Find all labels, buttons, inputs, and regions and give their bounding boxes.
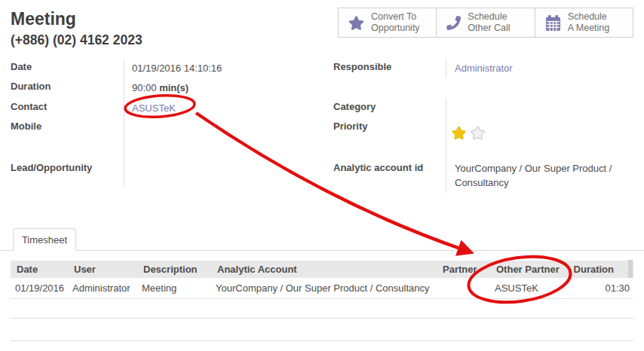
meeting-form-page: Meeting (+886) (02) 4162 2023 Convert To… — [0, 0, 644, 351]
priority-star-inactive-icon[interactable] — [471, 126, 485, 140]
field-label-mobile: Mobile — [11, 121, 41, 132]
column-header-analytic-account[interactable]: Analytic Account — [211, 261, 437, 278]
contact-link[interactable]: ASUSTeK — [132, 102, 176, 114]
sheet-bottom-border — [11, 340, 633, 341]
calendar-icon — [545, 15, 561, 31]
button-label: Schedule Other Call — [468, 11, 510, 34]
phone-number-subtitle: (+886) (02) 4162 2023 — [11, 32, 143, 48]
priority-star-active-icon[interactable] — [452, 126, 466, 140]
field-label-lead-opportunity: Lead/Opportunity — [11, 162, 92, 173]
annotation-arrow — [196, 113, 462, 249]
timesheet-table: Date User Description Analytic Account P… — [11, 261, 633, 319]
responsible-link[interactable]: Administrator — [455, 63, 513, 74]
cell-date[interactable]: 01/19/2016 — [11, 278, 68, 298]
notebook-divider — [0, 250, 644, 251]
field-label-priority: Priority — [333, 121, 368, 132]
convert-to-opportunity-button[interactable]: Convert To Opportunity — [338, 8, 437, 38]
column-header-duration[interactable]: Duration — [570, 261, 633, 278]
right-column-separator-bottom — [446, 97, 446, 193]
field-label-analytic-account: Analytic account id — [333, 162, 423, 173]
field-label-date: Date — [11, 61, 32, 72]
field-label-contact: Contact — [11, 101, 47, 112]
action-button-bar: Convert To Opportunity Schedule Other Ca… — [338, 8, 633, 38]
cell-description[interactable]: Meeting — [137, 278, 211, 298]
cell-other-partner[interactable]: ASUSTeK — [490, 278, 570, 298]
column-header-description[interactable]: Description — [137, 261, 211, 278]
tab-timesheet[interactable]: Timesheet — [13, 228, 76, 251]
field-label-duration: Duration — [11, 81, 51, 92]
column-header-other-partner[interactable]: Other Partner — [490, 261, 570, 278]
right-column-separator-top — [446, 60, 446, 78]
button-label: Convert To Opportunity — [371, 11, 420, 34]
date-value: 01/19/2016 14:10:16 — [132, 63, 222, 74]
table-row: 01/19/2016 Administrator Meeting YourCom… — [11, 278, 633, 299]
priority-stars — [452, 126, 485, 140]
field-label-category: Category — [333, 101, 376, 112]
table-header-row: Date User Description Analytic Account P… — [11, 261, 633, 278]
duration-value: 90:00 min(s) — [132, 82, 189, 93]
cell-partner[interactable] — [437, 278, 490, 298]
duration-unit: min(s) — [159, 82, 189, 93]
star-icon — [348, 15, 364, 31]
button-label: Schedule A Meeting — [568, 11, 610, 34]
field-label-responsible: Responsible — [333, 61, 391, 72]
table-empty-row[interactable] — [11, 299, 633, 319]
column-header-date[interactable]: Date — [11, 261, 68, 278]
page-title: Meeting — [11, 9, 76, 29]
cell-user[interactable]: Administrator — [68, 278, 137, 298]
left-column-separator — [124, 60, 124, 187]
schedule-other-call-button[interactable]: Schedule Other Call — [436, 8, 535, 38]
schedule-a-meeting-button[interactable]: Schedule A Meeting — [535, 8, 633, 38]
analytic-account-value: YourCompany / Our Super Product / Consul… — [455, 161, 634, 190]
cell-analytic-account[interactable]: YourCompany / Our Super Product / Consul… — [211, 278, 437, 298]
cell-duration[interactable]: 01:30 — [570, 278, 633, 298]
table-scrollbar-spacer — [628, 260, 633, 278]
column-header-partner[interactable]: Partner — [437, 261, 490, 278]
column-header-user[interactable]: User — [68, 261, 137, 278]
phone-icon — [446, 16, 461, 30]
